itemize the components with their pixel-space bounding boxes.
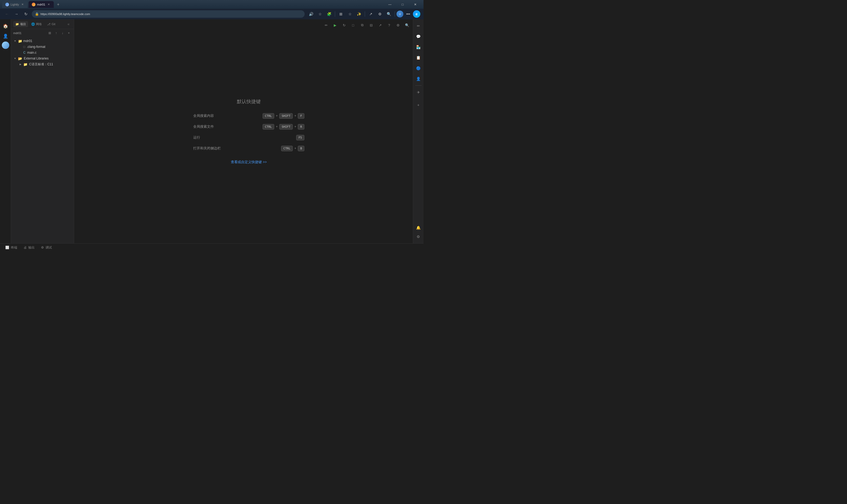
back-button[interactable]: ←: [3, 10, 11, 18]
tree-add-button[interactable]: +: [66, 30, 72, 36]
shortcuts-title: 默认快捷键: [237, 98, 261, 105]
shortcut-label-search-content: 全局搜索内容: [193, 113, 214, 118]
rp-bottom-section: 🔔 ⚙: [414, 223, 423, 241]
shortcut-row-search-file: 全局搜索文件 CTRL + SHIFT + R: [193, 124, 305, 130]
address-text: https://00900a98.lightly.teamcode.com: [40, 13, 301, 16]
settings-button[interactable]: ⚙: [376, 10, 384, 18]
rp-add-icon[interactable]: +: [414, 101, 423, 109]
share-button[interactable]: ↗: [367, 10, 375, 18]
rp-ai-edit-icon[interactable]: ✏: [414, 21, 423, 31]
tree-item-external-libs[interactable]: ▼ 📂 External Libraries: [11, 56, 74, 61]
browser-extensions-button[interactable]: 🧩: [325, 10, 333, 18]
shortcut-row-sidebar: 打开和关闭侧边栏 CTRL + B: [193, 146, 305, 151]
sidebar-tab-network-label: 网络: [36, 22, 42, 26]
rp-store-icon[interactable]: 🏪: [414, 42, 423, 52]
refresh-button[interactable]: ↻: [22, 10, 30, 18]
help-button[interactable]: ?: [385, 21, 393, 29]
read-aloud-button[interactable]: 🔊: [307, 10, 315, 18]
tree-arrow-ext-libs: ▼: [13, 57, 17, 60]
win-minimize-button[interactable]: —: [384, 0, 396, 9]
split-editor-button[interactable]: ⧉: [358, 21, 366, 29]
stop-button[interactable]: □: [349, 21, 357, 29]
sidebar-tab-git-label: Git: [52, 22, 55, 26]
network-icon: 🌐: [31, 22, 35, 26]
terminal-split-button[interactable]: ⊟: [367, 21, 375, 29]
home-button[interactable]: 🏠: [1, 21, 10, 31]
editor-settings-button[interactable]: ⚙: [394, 21, 402, 29]
user-avatar[interactable]: U: [397, 11, 403, 17]
tree-actions: ⊞ ↑ ↓ +: [47, 30, 72, 36]
tree-label-c-standard: C语言标准：C11: [29, 62, 53, 67]
contacts-button[interactable]: 👤: [1, 32, 10, 40]
ai-edit-button[interactable]: ✏: [323, 21, 330, 29]
rp-user-icon[interactable]: 👤: [414, 74, 423, 83]
favorites-bar-button[interactable]: ☆: [346, 10, 354, 18]
sidebar-tab-network[interactable]: 🌐 网络: [29, 21, 44, 27]
key-plus-2b: +: [294, 125, 296, 128]
address-bar[interactable]: 🔒 https://00900a98.lightly.teamcode.com: [32, 10, 305, 18]
rp-chat-icon[interactable]: 💬: [414, 32, 423, 41]
shortcuts-list: 全局搜索内容 CTRL + SHIFT + F 全局搜索文件 CTRL +: [193, 113, 305, 151]
panel-tab-debug[interactable]: ⚙ 调试: [38, 244, 55, 252]
browser-toolbar-right: 🔊 ☆ 🧩 ⊞ ☆ ✨ ↗ ⚙ 🔍 U ••• e: [307, 10, 420, 18]
sidebar-header: 📁 项目 🌐 网络 ⎇ Git «: [11, 19, 74, 29]
right-panel-icons: ✏ 💬 🏪 📋 🔵 👤 ✈ + 🔔 ⚙: [413, 19, 424, 243]
tree-item-main-c[interactable]: C main.c: [11, 50, 74, 56]
tab-mdr01[interactable]: mdr01 ✕: [29, 1, 54, 8]
tab-mdr01-favicon: [32, 3, 35, 6]
share-code-button[interactable]: ↗: [376, 21, 384, 29]
tree-item-mdr01[interactable]: ▼ 📁 mdr01: [11, 38, 74, 44]
more-menu-button[interactable]: •••: [404, 10, 412, 18]
win-close-button[interactable]: ✕: [409, 0, 421, 9]
shortcut-keys-search-file: CTRL + SHIFT + R: [263, 124, 305, 130]
tree-download-button[interactable]: ↓: [59, 30, 65, 36]
tab-mdr01-close[interactable]: ✕: [47, 3, 51, 6]
search-button[interactable]: 🔍: [385, 10, 393, 18]
shortcut-row-run: 运行 F5: [193, 135, 305, 140]
refresh-run-button[interactable]: ↻: [340, 21, 348, 29]
edge-icon[interactable]: e: [413, 10, 420, 18]
run-button[interactable]: ▶: [331, 21, 339, 29]
welcome-content: 默认快捷键 全局搜索内容 CTRL + SHIFT + F 全局搜索文件: [193, 98, 305, 164]
forward-button[interactable]: →: [13, 10, 20, 18]
tab-lightly[interactable]: Lightly ✕: [2, 1, 28, 8]
favorites-button[interactable]: ☆: [316, 10, 324, 18]
shortcut-label-run: 运行: [193, 135, 200, 140]
tree-upload-button[interactable]: ↑: [53, 30, 59, 36]
sidebar-tab-project[interactable]: 📁 项目: [13, 21, 28, 27]
tab-lightly-label: Lightly: [11, 3, 19, 6]
avatar-small[interactable]: [2, 41, 9, 49]
rp-copy-icon[interactable]: 📋: [414, 53, 423, 62]
folder-icon-ext-libs: 📂: [18, 57, 22, 60]
sidebar-collapse-button[interactable]: «: [65, 21, 72, 27]
copilot-button[interactable]: ✨: [355, 10, 363, 18]
tree-item-c-standard[interactable]: ▶ 📁 C语言标准：C11: [11, 61, 74, 67]
tab-lightly-close[interactable]: ✕: [21, 3, 24, 6]
tree-switch-view-button[interactable]: ⊞: [47, 30, 53, 36]
panel-tab-output[interactable]: 🖨 输出: [20, 244, 38, 252]
tree-item-clang-format[interactable]: □ .clang-format: [11, 44, 74, 50]
rp-cloud-icon[interactable]: 🔵: [414, 64, 423, 73]
editor-search-button[interactable]: 🔍: [403, 21, 411, 29]
customize-shortcuts-link[interactable]: 查看或自定义快捷键 >>: [231, 160, 267, 164]
shortcut-keys-search-content: CTRL + SHIFT + F: [263, 113, 305, 119]
tree-label-clang-format: .clang-format: [27, 45, 45, 49]
project-title: mdr01: [13, 32, 46, 35]
rp-settings-icon[interactable]: ⚙: [414, 232, 423, 241]
key-plus-2a: +: [276, 125, 278, 128]
key-ctrl-4: CTRL: [281, 146, 293, 151]
win-maximize-button[interactable]: □: [397, 0, 409, 9]
panel-tab-output-label: 输出: [28, 246, 35, 250]
rp-telegram-icon[interactable]: ✈: [414, 88, 423, 97]
rp-notification-icon[interactable]: 🔔: [414, 223, 423, 232]
address-row: ← → ↻ 🔒 https://00900a98.lightly.teamcod…: [0, 9, 424, 19]
tree-arrow-clang: [19, 45, 22, 49]
file-tree-header: mdr01 ⊞ ↑ ↓ +: [11, 29, 74, 37]
panel-tab-terminal[interactable]: ⬜ 终端: [2, 244, 20, 252]
shortcut-keys-run: F5: [296, 135, 305, 140]
toolbar-divider-3: [395, 11, 395, 17]
new-tab-button[interactable]: +: [55, 1, 62, 8]
key-shift-2: SHIFT: [279, 124, 293, 130]
sidebar-tab-git[interactable]: ⎇ Git: [45, 21, 57, 27]
split-view-button[interactable]: ⊞: [337, 10, 345, 18]
